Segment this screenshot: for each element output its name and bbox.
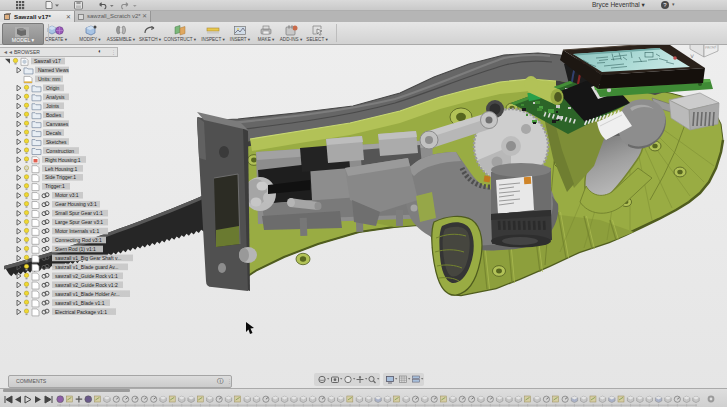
svg-text:Sketches: Sketches	[46, 139, 67, 145]
svg-text:Construction: Construction	[46, 148, 74, 154]
svg-text:sawzall v1_Blade guard Av...: sawzall v1_Blade guard Av...	[55, 264, 118, 270]
svg-text:Decals: Decals	[46, 130, 62, 136]
svg-text:Gear Housing v3:1: Gear Housing v3:1	[55, 201, 97, 207]
svg-text:Analysis: Analysis	[46, 94, 65, 100]
svg-text:Large Spur Gear v3:1: Large Spur Gear v3:1	[55, 219, 103, 225]
svg-text:Left Housing:1: Left Housing:1	[45, 166, 77, 172]
svg-text:Bodies: Bodies	[46, 112, 62, 118]
svg-text:Sawzall v17: Sawzall v17	[34, 58, 61, 64]
svg-text:sawzall v2_Guide Rock v1:2: sawzall v2_Guide Rock v1:2	[55, 282, 118, 288]
svg-text:Joints: Joints	[46, 103, 60, 109]
svg-text:sawzall v1_Blade v1:1: sawzall v1_Blade v1:1	[55, 300, 105, 306]
svg-text:sawzall v1_Blade Holder Ar...: sawzall v1_Blade Holder Ar...	[55, 291, 120, 297]
svg-text:Motor v3:1: Motor v3:1	[55, 192, 79, 198]
svg-text:sawzall v1_Big Gear Shaft v...: sawzall v1_Big Gear Shaft v...	[55, 255, 121, 261]
svg-text:Trigger:1: Trigger:1	[45, 183, 65, 189]
svg-text:Units: mm: Units: mm	[38, 76, 61, 82]
svg-text:Electrical Package v1:1: Electrical Package v1:1	[55, 309, 107, 315]
svg-text:Canvases: Canvases	[46, 121, 69, 127]
svg-text:FRONT: FRONT	[705, 45, 717, 50]
svg-text:Right Housing:1: Right Housing:1	[45, 157, 81, 163]
svg-text:Named Views: Named Views	[38, 67, 69, 73]
svg-text:Motor Internals v1:1: Motor Internals v1:1	[55, 228, 99, 234]
svg-text:Small Spur Gear v1:1: Small Spur Gear v1:1	[55, 210, 103, 216]
svg-text:Side Trigger:1: Side Trigger:1	[45, 174, 76, 180]
svg-text:sawzall v2_Guide Rock v1:1: sawzall v2_Guide Rock v1:1	[55, 273, 118, 279]
svg-text:Stern Rod (1) v1:1: Stern Rod (1) v1:1	[55, 246, 96, 252]
svg-text:Connecting Rod v3:1: Connecting Rod v3:1	[55, 237, 102, 243]
svg-text:Origin: Origin	[46, 85, 60, 91]
